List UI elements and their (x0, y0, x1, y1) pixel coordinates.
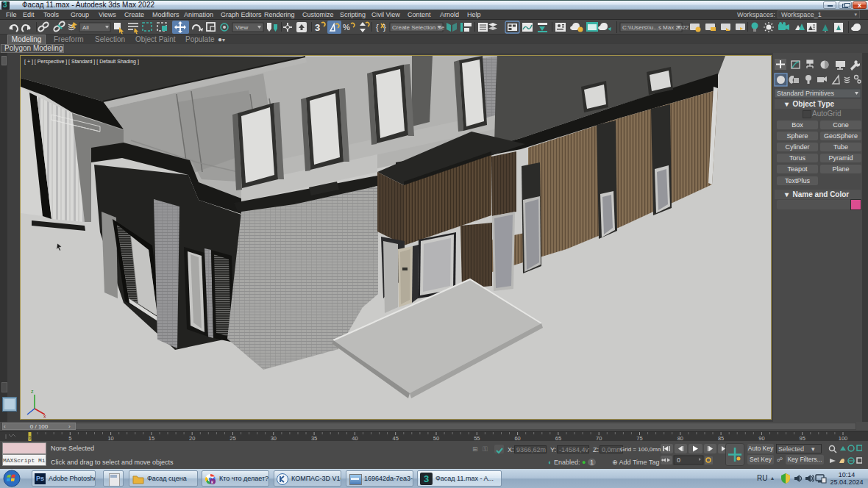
svg-text:0: 0 (29, 435, 32, 440)
svg-text:z: z (31, 389, 34, 394)
svg-text:Standard Primitives: Standard Primitives (777, 90, 835, 97)
svg-text:}: } (383, 23, 386, 32)
svg-text:[ + ] [ Perspective ] [ Standa: [ + ] [ Perspective ] [ Standard ] [ Def… (24, 59, 139, 65)
svg-text:%: % (343, 23, 350, 32)
svg-text:0: 0 (677, 456, 680, 464)
svg-text:View: View (235, 24, 248, 31)
svg-text:3: 3 (315, 22, 320, 33)
svg-text:x: x (43, 414, 46, 419)
svg-text:All: All (82, 24, 89, 31)
svg-text:Create Selection Se: Create Selection Se (392, 24, 445, 31)
svg-text:{: { (376, 23, 379, 32)
